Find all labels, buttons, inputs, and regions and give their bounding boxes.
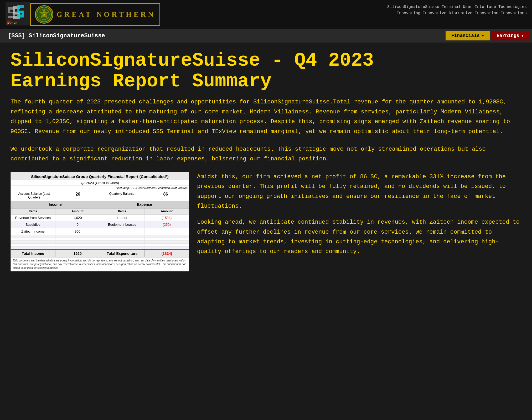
quarterly-value: 86 bbox=[144, 192, 188, 199]
table-row: Revenue from Services 1,020 Labour (1584… bbox=[11, 214, 189, 221]
totals-row: Total Income 1920 Total Expenditure (183… bbox=[11, 249, 189, 257]
sss-logo: VENTURE bbox=[5, 2, 30, 27]
earnings-label: Earnings bbox=[497, 33, 519, 38]
col-inc-amount: Amount bbox=[55, 208, 100, 214]
profit-paragraph: Amidst this, our firm achieved a net pro… bbox=[197, 172, 521, 211]
header-tagline: SiliconSignatureSuisse Terminal User Int… bbox=[387, 4, 527, 17]
income-header: Income bbox=[11, 201, 100, 208]
financials-label: Financials bbox=[451, 33, 480, 38]
table-title: SiliconSignatureSuisse Group Quarterly F… bbox=[11, 172, 189, 180]
col-exp-amount: Amount bbox=[144, 208, 189, 214]
main-content: SiliconSignatureSuisse - Q4 2023 Earning… bbox=[0, 43, 532, 279]
table-note: *including SSS-Great Northern Scanlation… bbox=[11, 186, 189, 190]
table-row bbox=[11, 246, 189, 249]
svg-text:GN: GN bbox=[43, 14, 45, 16]
navbar-right: Financials ▼ Earnings ▼ bbox=[446, 31, 529, 40]
total-exp-label: Total Expenditure bbox=[100, 250, 145, 257]
column-headers: Items Amount Items Amount bbox=[11, 208, 189, 214]
gn-name: GREAT NORTHERN bbox=[56, 10, 156, 19]
gn-emblem: GN bbox=[35, 5, 53, 24]
financial-table: SiliconSignatureSuisse Group Quarterly F… bbox=[11, 172, 189, 271]
inc-item-3: Zaitech Income bbox=[11, 228, 55, 235]
inc-amount-3: 900 bbox=[55, 228, 100, 235]
two-column-section: SiliconSignatureSuisse Group Quarterly F… bbox=[11, 172, 521, 271]
expense-header: Expense bbox=[100, 201, 189, 208]
navbar: [SSS] SiliconSignatureSuisse Financials … bbox=[0, 29, 532, 43]
col-inc-items: Items bbox=[11, 208, 55, 214]
col-exp-items: Items bbox=[100, 208, 145, 214]
tagline-line2: Innovating Innovative Disruptive Innovat… bbox=[387, 10, 527, 17]
income-expense-headers: Income Expense bbox=[11, 201, 189, 208]
table-row bbox=[11, 244, 189, 246]
page-title: SiliconSignatureSuisse - Q4 2023 Earning… bbox=[11, 50, 521, 92]
account-balance-row: Account Balance (Last Quarter) 26 Quarte… bbox=[11, 190, 189, 201]
table-disclaimer: This document and the data within it are… bbox=[11, 257, 189, 271]
reorg-paragraph: We undertook a corporate reorganization … bbox=[11, 144, 521, 164]
exp-item-3 bbox=[100, 228, 145, 235]
inc-amount-1: 1,020 bbox=[55, 214, 100, 221]
total-income-value: 1920 bbox=[55, 250, 100, 257]
outlook-paragraph: Looking ahead, we anticipate continued s… bbox=[197, 217, 521, 257]
header: VENTURE GN GREAT NORTHERN SiliconSignatu… bbox=[0, 0, 532, 29]
exp-item-2: Equipment Leases bbox=[100, 221, 145, 228]
right-column: Amidst this, our firm achieved a net pro… bbox=[197, 172, 521, 263]
intro-paragraph: The fourth quarter of 2023 presented cha… bbox=[11, 97, 521, 136]
exp-amount-1: (1584) bbox=[144, 214, 189, 221]
inc-item-2: Subsidies bbox=[11, 221, 55, 228]
total-income-label: Total Income bbox=[11, 250, 55, 257]
navbar-brand: [SSS] SiliconSignatureSuisse bbox=[3, 33, 446, 39]
earnings-chevron-icon: ▼ bbox=[521, 34, 524, 38]
table-row: Subsidies 0 Equipment Leases (250) bbox=[11, 221, 189, 228]
tagline-line1: SiliconSignatureSuisse Terminal User Int… bbox=[387, 4, 527, 10]
table-row bbox=[11, 241, 189, 244]
earnings-button[interactable]: Earnings ▼ bbox=[491, 31, 529, 40]
quarterly-label: Quarterly Balance bbox=[100, 192, 144, 199]
financials-chevron-icon: ▼ bbox=[482, 34, 484, 38]
exp-amount-2: (250) bbox=[144, 221, 189, 228]
account-value: 26 bbox=[56, 192, 100, 199]
title-line2: Earnings Report Summary bbox=[11, 71, 521, 92]
table-row bbox=[11, 238, 189, 241]
total-exp-value: (1834) bbox=[144, 250, 189, 257]
table-row bbox=[11, 235, 189, 238]
great-northern-logo: GN GREAT NORTHERN bbox=[30, 3, 160, 26]
table-row: Zaitech Income 900 bbox=[11, 228, 189, 235]
account-label: Account Balance (Last Quarter) bbox=[12, 192, 56, 199]
table-subtitle: Q3 2023 (Credit in Ones) bbox=[11, 180, 189, 186]
inc-item-1: Revenue from Services bbox=[11, 214, 55, 221]
exp-amount-3 bbox=[144, 228, 189, 235]
svg-text:VENTURE: VENTURE bbox=[7, 22, 17, 25]
title-line1: SiliconSignatureSuisse - Q4 2023 bbox=[11, 50, 521, 71]
inc-amount-2: 0 bbox=[55, 221, 100, 228]
exp-item-1: Labour bbox=[100, 214, 145, 221]
financials-button[interactable]: Financials ▼ bbox=[446, 31, 490, 40]
